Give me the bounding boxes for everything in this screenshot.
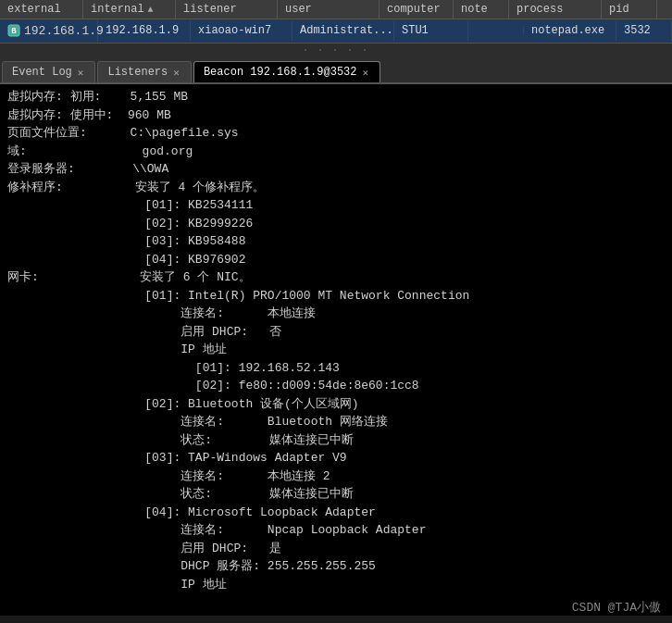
terminal-line: 修补程序: 安装了 4 个修补程序。 (7, 179, 665, 197)
terminal-line: 启用 DHCP: 否 (7, 323, 665, 342)
terminal-line: 连接名: Bluetooth 网络连接 (7, 413, 665, 431)
terminal-line: 启用 DHCP: 是 (7, 540, 665, 558)
terminal-line: [02]: fe80::d009:54de:8e60:1cc8 (7, 377, 665, 395)
terminal-line: 虚拟内存: 初用: 5,155 MB (7, 88, 665, 106)
terminal-line: IP 地址 (7, 576, 665, 594)
col-header-external[interactable]: external (0, 0, 83, 19)
terminal-line: [02]: KB2999226 (7, 215, 665, 233)
terminal-line: 域: god.org (7, 143, 665, 161)
col-header-internal[interactable]: internal ▲ (83, 0, 176, 19)
tab-beacon[interactable]: Beacon 192.168.1.9@3532 ✕ (193, 61, 380, 82)
tab-listeners-close[interactable]: ✕ (171, 67, 181, 79)
cell-listener: xiaoao-win7 (191, 20, 292, 41)
terminal-line: 页面文件位置: C:\pagefile.sys (7, 124, 665, 143)
tab-listeners-label: Listeners (107, 66, 168, 79)
col-header-computer[interactable]: computer (380, 0, 454, 19)
cell-pid: 3532 (616, 20, 672, 41)
col-label-user: user (285, 3, 312, 16)
sort-arrow-internal: ▲ (148, 5, 154, 15)
col-label-internal: internal (91, 3, 144, 16)
beacon-icon: B (7, 23, 20, 38)
terminal-line: [01]: Intel(R) PRO/1000 MT Network Conne… (7, 287, 665, 305)
terminal-line: 虚拟内存: 使用中: 960 MB (7, 106, 665, 125)
resize-handle[interactable]: · · · · · (0, 44, 672, 57)
terminal-line: 连接名: 本地连接 2 (7, 467, 665, 486)
cell-note (468, 27, 524, 34)
terminal-line: 状态: 媒体连接已中断 (7, 431, 665, 450)
tab-event-log-close[interactable]: ✕ (76, 67, 86, 79)
terminal-line: 网卡: 安装了 6 个 NIC。 (7, 268, 665, 287)
col-label-computer: computer (387, 3, 441, 16)
tab-event-log[interactable]: Event Log ✕ (2, 61, 95, 82)
terminal-line: 状态: 媒体连接已中断 (7, 485, 665, 504)
table-row[interactable]: B 192.168.1.9 192.168.1.9 xiaoao-win7 Ad… (0, 19, 672, 43)
terminal-line: IP 地址 (7, 341, 665, 359)
cell-computer: STU1 (394, 20, 468, 41)
cell-pid-value: 3532 (624, 24, 651, 37)
terminal-line: [02]: Bluetooth 设备(个人区域网) (7, 395, 665, 414)
cell-internal: 192.168.1.9 (98, 20, 191, 41)
col-label-process: process (516, 3, 563, 16)
cell-external-value: 192.168.1.9 (24, 24, 104, 38)
sessions-table: external internal ▲ listener user comput… (0, 0, 672, 44)
terminal-line: 连接名: 本地连接 (7, 305, 665, 323)
col-header-listener[interactable]: listener (176, 0, 278, 19)
cell-internal-value: 192.168.1.9 (106, 24, 179, 37)
terminal-line: [01]: 192.168.52.143 (7, 359, 665, 378)
col-label-note: note (461, 3, 488, 16)
terminal-line: [04]: Microsoft Loopback Adapter (7, 504, 665, 522)
terminal-line: DHCP 服务器: 255.255.255.255 (7, 557, 665, 576)
tab-event-log-label: Event Log (12, 66, 72, 79)
cell-external: B 192.168.1.9 (0, 19, 98, 42)
cell-process: notepad.exe (524, 20, 616, 41)
terminal-line: 登录服务器: \\OWA (7, 160, 665, 179)
svg-text:B: B (11, 27, 17, 36)
tab-listeners[interactable]: Listeners ✕ (97, 61, 191, 82)
col-header-user[interactable]: user (278, 0, 380, 19)
terminal-line: [03]: KB958488 (7, 232, 665, 251)
col-header-pid[interactable]: pid (602, 0, 657, 19)
table-header: external internal ▲ listener user comput… (0, 0, 672, 19)
terminal-line: [01]: KB2534111 (7, 196, 665, 215)
cell-user-value: Administrat... (300, 24, 393, 37)
col-label-pid: pid (609, 3, 629, 16)
col-label-external: external (7, 3, 61, 16)
terminal-line: [03]: TAP-Windows Adapter V9 (7, 449, 665, 467)
terminal-line: 连接名: Npcap Loopback Adapter (7, 521, 665, 540)
terminal-line: [04]: KB976902 (7, 251, 665, 269)
cell-listener-value: xiaoao-win7 (198, 24, 271, 37)
terminal-output: 虚拟内存: 初用: 5,155 MB虚拟内存: 使用中: 960 MB页面文件位… (0, 84, 672, 616)
cell-user: Administrat... (292, 20, 394, 41)
col-label-listener: listener (183, 3, 237, 16)
cell-computer-value: STU1 (402, 24, 429, 37)
col-header-note[interactable]: note (454, 0, 509, 19)
tab-beacon-close[interactable]: ✕ (361, 67, 371, 79)
col-header-process[interactable]: process (509, 0, 602, 19)
cell-process-value: notepad.exe (531, 24, 604, 37)
tabs-bar: Event Log ✕ Listeners ✕ Beacon 192.168.1… (0, 57, 672, 84)
watermark: CSDN @TJA小傲 (572, 599, 661, 616)
tab-beacon-label: Beacon 192.168.1.9@3532 (204, 66, 357, 79)
